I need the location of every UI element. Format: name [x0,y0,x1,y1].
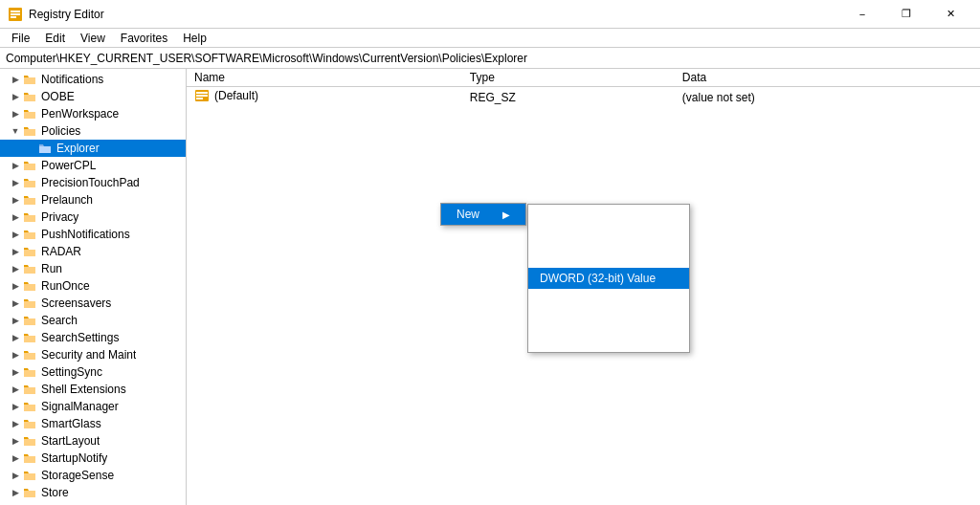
expand-icon: ▼ [8,123,23,139]
tree-label: PenWorkspace [41,107,119,121]
tree-label: RunOnce [41,279,90,293]
tree-label: Explorer [56,142,100,155]
expand-icon: ▶ [8,313,23,328]
tree-item-screensavers[interactable]: ▶ Screensavers [0,295,186,312]
tree-item-securityandmaint[interactable]: ▶ Security and Maint [0,346,186,363]
row-name: (Default) [187,87,462,108]
folder-icon [23,90,38,103]
close-button[interactable]: ✕ [928,0,972,29]
folder-icon [23,279,38,293]
submenu-string-value[interactable]: String Value [528,226,689,247]
tree-label: Screensavers [41,296,111,310]
tree-label: SearchSettings [41,331,119,344]
col-data: Data [675,69,980,87]
tree-item-storagesense[interactable]: ▶ StorageSense [0,467,186,484]
tree-item-settingsync[interactable]: ▶ SettingSync [0,363,186,381]
submenu-binary-value[interactable]: Binary Value [528,247,689,268]
tree-item-shellextensions[interactable]: ▶ Shell Extensions [0,381,186,398]
menu-view[interactable]: View [73,31,113,46]
folder-icon [23,451,38,465]
tree-item-signalmanager[interactable]: ▶ SignalManager [0,398,186,415]
folder-icon [23,210,38,224]
folder-icon [23,124,38,138]
tree-item-runonce[interactable]: ▶ RunOnce [0,277,186,295]
submenu[interactable]: Key String Value Binary Value DWORD (32-… [527,204,690,353]
tree-item-precisiontouchpad[interactable]: ▶ PrecisionTouchPad [0,174,186,191]
expand-icon: ▶ [8,278,23,294]
svg-rect-6 [196,95,208,97]
submenu-qword-value[interactable]: QWORD (64-bit) Value [528,289,689,310]
tree-label: Store [41,486,69,499]
tree-item-radar[interactable]: ▶ RADAR [0,243,186,260]
tree-label: PrecisionTouchPad [41,176,140,189]
tree-item-run[interactable]: ▶ Run [0,260,186,277]
tree-item-powercpl[interactable]: ▶ PowerCPL [0,157,186,174]
folder-icon [23,314,38,327]
tree-item-taskflow[interactable]: ▶ TaskFlow [0,501,186,505]
submenu-expandable-string-value[interactable]: Expandable String Value [528,331,689,352]
expand-icon: ▶ [8,209,23,225]
tree-item-privacy[interactable]: ▶ Privacy [0,209,186,226]
main-content: ▶ Notifications ▶ OOBE ▶ PenWorkspace ▼ [0,69,980,505]
context-menu-new[interactable]: New ▶ Key String Value Binary Value DWOR… [441,204,525,225]
tree-item-pushnotifications[interactable]: ▶ PushNotifications [0,226,186,243]
default-label: (Default) [214,89,258,102]
menu-file[interactable]: File [4,31,37,46]
tree-item-notifications[interactable]: ▶ Notifications [0,71,186,88]
expand-icon: ▶ [8,89,23,104]
tree-item-search[interactable]: ▶ Search [0,312,186,329]
address-path: Computer\HKEY_CURRENT_USER\SOFTWARE\Micr… [6,52,527,65]
col-name: Name [187,69,462,87]
tree-label: Privacy [41,210,78,224]
expand-icon: ▶ [8,175,23,190]
expand-icon: ▶ [8,72,23,87]
tree-label: StartLayout [41,434,100,448]
restore-button[interactable]: ❐ [884,0,928,29]
minimize-button[interactable]: − [840,0,884,29]
submenu-arrow-icon: ▶ [502,209,510,220]
menu-edit[interactable]: Edit [37,31,73,46]
folder-icon [23,365,38,379]
tree-panel[interactable]: ▶ Notifications ▶ OOBE ▶ PenWorkspace ▼ [0,69,187,505]
folder-icon [23,417,38,430]
data-table: Name Type Data [187,69,980,107]
submenu-dword-value[interactable]: DWORD (32-bit) Value [528,268,689,289]
tree-item-store[interactable]: ▶ Store [0,484,186,501]
tree-item-startlayout[interactable]: ▶ StartLayout [0,432,186,450]
folder-icon [23,383,38,396]
tree-label: SettingSync [41,365,102,379]
svg-rect-1 [11,11,20,12]
menu-help[interactable]: Help [175,31,214,46]
tree-item-explorer[interactable]: Explorer [0,140,186,157]
folder-icon [23,193,38,207]
context-menu[interactable]: New ▶ Key String Value Binary Value DWOR… [440,203,526,226]
menu-favorites[interactable]: Favorites [113,31,175,46]
tree-item-prelaunch[interactable]: ▶ Prelaunch [0,191,186,209]
folder-icon [23,348,38,362]
expand-icon [23,141,38,156]
svg-rect-7 [196,98,203,99]
submenu-key[interactable]: Key [528,205,689,226]
tree-item-searchsettings[interactable]: ▶ SearchSettings [0,329,186,346]
tree-item-startupnotify[interactable]: ▶ StartupNotify [0,450,186,467]
tree-item-oobe[interactable]: ▶ OOBE [0,88,186,105]
svg-rect-5 [196,92,208,94]
expand-icon: ▶ [8,296,23,311]
submenu-multi-string-value[interactable]: Multi-String Value [528,310,689,331]
tree-item-penworkspace[interactable]: ▶ PenWorkspace [0,105,186,122]
tree-label: Search [41,314,78,327]
tree-label: Run [41,262,62,275]
expand-icon: ▶ [8,227,23,242]
folder-icon [23,228,38,241]
address-bar: Computer\HKEY_CURRENT_USER\SOFTWARE\Micr… [0,48,980,69]
row-data: (value not set) [675,87,980,108]
tree-item-smartglass[interactable]: ▶ SmartGlass [0,415,186,432]
folder-icon [23,73,38,86]
folder-icon [23,486,38,499]
table-row[interactable]: (Default) REG_SZ (value not set) [187,87,980,108]
expand-icon: ▶ [8,433,23,449]
context-menu-new-label: New [457,208,479,221]
folder-icon [23,296,38,310]
folder-icon [23,400,38,413]
tree-item-policies[interactable]: ▼ Policies [0,122,186,140]
